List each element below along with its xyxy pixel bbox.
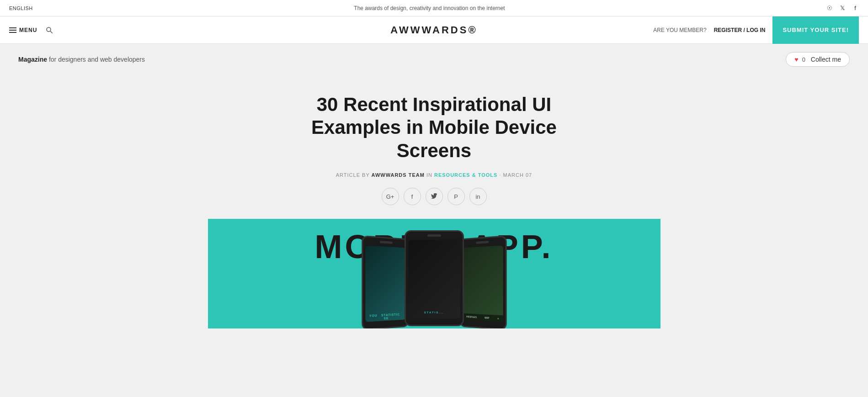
social-share-bar: G+ f P in (9, 188, 859, 205)
share-google-plus[interactable]: G+ (382, 188, 399, 205)
magazine-rest: for designers and web developers (49, 56, 145, 63)
author-link[interactable]: AWWWARDS TEAM (372, 172, 425, 178)
meta-in: IN (426, 172, 432, 178)
article-meta: ARTICLE BY AWWWARDS TEAM IN RESOURCES & … (9, 172, 859, 178)
menu-label: MENU (19, 27, 37, 33)
social-icons-top: ☉ 𝕏 f (826, 5, 859, 12)
meta-prefix: ARTICLE BY (336, 172, 370, 178)
magazine-bold: Magazine (18, 56, 47, 63)
top-bar: ENGLISH The awards of design, creativity… (0, 0, 868, 16)
submit-site-button[interactable]: SUBMIT YOUR SITE! (772, 16, 859, 44)
collect-count: 0 (802, 56, 805, 63)
screen-label-left: YOU STATISTIC SE (365, 312, 405, 322)
collect-button[interactable]: ♥ 0 Collect me (786, 52, 850, 67)
svg-line-1 (51, 31, 53, 33)
tagline: The awards of design, creativity and inn… (33, 5, 826, 11)
phone-right: PROFILES MAP ≡ (459, 235, 507, 328)
screen-nav-profiles: PROFILES (466, 315, 476, 318)
magazine-label: Magazine for designers and web developer… (18, 56, 145, 63)
share-linkedin[interactable]: in (469, 188, 487, 205)
phone-notch-center (427, 234, 441, 237)
member-text: ARE YOU MEMBER? (653, 27, 706, 33)
menu-button[interactable]: MENU (9, 27, 37, 33)
phone-screen-left: YOU STATISTIC SE (365, 246, 405, 322)
screen-nav-menu: ≡ (497, 317, 499, 320)
magazine-bar: Magazine for designers and web developer… (0, 44, 868, 75)
phone-center: STATIS... (405, 230, 464, 326)
svg-point-0 (47, 27, 51, 32)
category-link[interactable]: RESOURCES & TOOLS (434, 172, 497, 178)
collect-label: Collect me (811, 56, 841, 63)
search-icon (45, 26, 53, 34)
phone-screen-center: STATIS... (408, 240, 460, 318)
main-content: 30 Recent Inspirational UI Examples in M… (0, 75, 868, 328)
nav-bar: MENU AWWWARDS® ARE YOU MEMBER? REGISTER … (0, 16, 868, 44)
screen-nav-map: MAP (485, 316, 489, 319)
hamburger-icon (9, 27, 16, 33)
phone-notch-left (379, 241, 392, 244)
heart-icon: ♥ (794, 56, 798, 63)
language-selector[interactable]: ENGLISH (9, 5, 33, 11)
phone-screen-right: PROFILES MAP ≡ (463, 246, 503, 322)
phone-left: YOU STATISTIC SE (362, 235, 409, 328)
screen-nav-right: PROFILES MAP ≡ (463, 313, 503, 322)
facebook-icon[interactable]: f (852, 5, 859, 12)
search-button[interactable] (45, 26, 53, 34)
register-login-link[interactable]: REGISTER / LOG IN (714, 27, 766, 33)
phone-notch-right (476, 241, 489, 244)
twitter-icon[interactable]: 𝕏 (839, 5, 846, 12)
phones-container: YOU STATISTIC SE STATIS... PROFILES MAP … (208, 219, 660, 328)
screen-text-center: STATIS... (408, 311, 460, 314)
share-twitter[interactable] (426, 188, 443, 205)
site-logo[interactable]: AWWWARDS® (390, 24, 477, 36)
article-title: 30 Recent Inspirational UI Examples in M… (274, 93, 594, 162)
hero-image: MOBILE APP. YOU STATISTIC SE STATIS... (208, 219, 660, 328)
nav-left: MENU (9, 26, 53, 34)
share-facebook[interactable]: f (404, 188, 421, 205)
article-date: · MARCH 07 (500, 172, 533, 178)
share-pinterest[interactable]: P (447, 188, 465, 205)
instagram-icon[interactable]: ☉ (826, 5, 833, 12)
nav-right: ARE YOU MEMBER? REGISTER / LOG IN SUBMIT… (653, 16, 859, 44)
